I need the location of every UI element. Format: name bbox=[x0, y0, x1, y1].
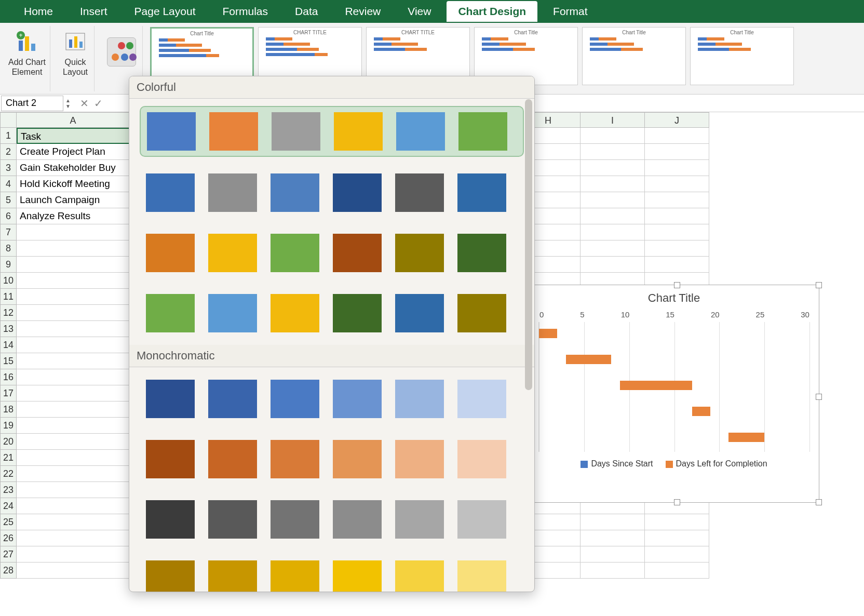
enter-formula-icon[interactable]: ✓ bbox=[94, 97, 103, 110]
col-head-J[interactable]: J bbox=[645, 112, 709, 128]
cell-A19[interactable] bbox=[17, 418, 130, 434]
palette-swatch[interactable] bbox=[208, 294, 257, 332]
tab-chart-design[interactable]: Chart Design bbox=[447, 1, 537, 22]
cell-J2[interactable] bbox=[645, 144, 709, 160]
palette-swatch[interactable] bbox=[146, 440, 195, 478]
cell-A24[interactable] bbox=[17, 498, 130, 514]
palette-swatch[interactable] bbox=[209, 112, 258, 151]
row-head-15[interactable]: 15 bbox=[0, 353, 17, 369]
palette-swatch[interactable] bbox=[457, 294, 506, 332]
palette-swatch[interactable] bbox=[271, 560, 319, 592]
row-head-12[interactable]: 12 bbox=[0, 305, 17, 321]
cell-I7[interactable] bbox=[580, 224, 645, 240]
palette-swatch[interactable] bbox=[208, 380, 257, 418]
row-head-28[interactable]: 28 bbox=[0, 563, 17, 579]
palette-swatch[interactable] bbox=[333, 294, 382, 332]
cell-A10[interactable] bbox=[17, 273, 130, 289]
cell-A20[interactable] bbox=[17, 434, 130, 450]
palette-swatch[interactable] bbox=[334, 112, 383, 151]
row-head-24[interactable]: 24 bbox=[0, 498, 17, 514]
cell-A6[interactable]: Analyze Results bbox=[17, 208, 130, 224]
col-head-A[interactable]: A bbox=[17, 112, 130, 128]
namebox-stepper-up[interactable]: ▲ bbox=[65, 98, 71, 103]
palette-row-1-0[interactable] bbox=[140, 374, 524, 423]
cell-J3[interactable] bbox=[645, 160, 709, 176]
tab-insert[interactable]: Insert bbox=[69, 1, 119, 22]
palette-swatch[interactable] bbox=[271, 380, 319, 418]
row-head-22[interactable]: 22 bbox=[0, 466, 17, 482]
cell-I2[interactable] bbox=[580, 144, 645, 160]
palette-swatch[interactable] bbox=[395, 440, 444, 478]
chart-bar-4[interactable] bbox=[728, 433, 764, 442]
tab-view[interactable]: View bbox=[396, 1, 442, 22]
palette-swatch[interactable] bbox=[271, 500, 319, 539]
cell-J4[interactable] bbox=[645, 176, 709, 192]
cell-I5[interactable] bbox=[580, 192, 645, 208]
tab-data[interactable]: Data bbox=[284, 1, 329, 22]
tab-home[interactable]: Home bbox=[12, 1, 64, 22]
chart-style-5[interactable]: Chart Title bbox=[582, 27, 686, 85]
cell-A13[interactable] bbox=[17, 321, 130, 337]
row-head-9[interactable]: 9 bbox=[0, 257, 17, 273]
row-head-10[interactable]: 10 bbox=[0, 273, 17, 289]
palette-swatch[interactable] bbox=[333, 173, 382, 212]
palette-swatch[interactable] bbox=[457, 500, 506, 539]
palette-swatch[interactable] bbox=[208, 440, 257, 478]
palette-swatch[interactable] bbox=[333, 500, 382, 539]
cell-J25[interactable] bbox=[645, 514, 709, 530]
palette-swatch[interactable] bbox=[146, 294, 195, 332]
palette-swatch[interactable] bbox=[457, 380, 506, 418]
cell-A22[interactable] bbox=[17, 466, 130, 482]
row-head-2[interactable]: 2 bbox=[0, 144, 17, 160]
cell-I27[interactable] bbox=[580, 546, 645, 563]
palette-swatch[interactable] bbox=[271, 234, 319, 272]
cell-J26[interactable] bbox=[645, 530, 709, 546]
row-head-13[interactable]: 13 bbox=[0, 321, 17, 337]
palette-swatch[interactable] bbox=[272, 112, 320, 151]
row-head-27[interactable]: 27 bbox=[0, 546, 17, 563]
cell-A5[interactable]: Launch Campaign bbox=[17, 192, 130, 208]
cell-A26[interactable] bbox=[17, 530, 130, 546]
chart-bar-3[interactable] bbox=[692, 407, 710, 416]
row-head-21[interactable]: 21 bbox=[0, 450, 17, 466]
palette-swatch[interactable] bbox=[333, 560, 382, 592]
cell-A18[interactable] bbox=[17, 401, 130, 418]
palette-row-0-1[interactable] bbox=[140, 168, 524, 217]
cell-A11[interactable] bbox=[17, 289, 130, 305]
palette-swatch[interactable] bbox=[395, 380, 444, 418]
row-head-11[interactable]: 11 bbox=[0, 289, 17, 305]
row-head-26[interactable]: 26 bbox=[0, 530, 17, 546]
palette-swatch[interactable] bbox=[208, 234, 257, 272]
cell-A21[interactable] bbox=[17, 450, 130, 466]
palette-swatch[interactable] bbox=[208, 560, 257, 592]
cell-I26[interactable] bbox=[580, 530, 645, 546]
row-head-6[interactable]: 6 bbox=[0, 208, 17, 224]
cell-A27[interactable] bbox=[17, 546, 130, 563]
palette-swatch[interactable] bbox=[396, 112, 445, 151]
cell-A28[interactable] bbox=[17, 563, 130, 579]
palette-row-0-0[interactable] bbox=[140, 106, 524, 157]
palette-swatch[interactable] bbox=[395, 560, 444, 592]
cell-A15[interactable] bbox=[17, 353, 130, 369]
cell-A23[interactable] bbox=[17, 482, 130, 498]
palette-swatch[interactable] bbox=[333, 380, 382, 418]
chart-style-6[interactable]: Chart Title bbox=[690, 27, 794, 85]
palette-swatch[interactable] bbox=[457, 234, 506, 272]
chart-legend[interactable]: Days Since Start Days Left for Completio… bbox=[529, 452, 819, 476]
palette-swatch[interactable] bbox=[271, 294, 319, 332]
palette-row-1-3[interactable] bbox=[140, 555, 524, 592]
palette-swatch[interactable] bbox=[146, 234, 195, 272]
cell-J28[interactable] bbox=[645, 563, 709, 579]
cell-J6[interactable] bbox=[645, 208, 709, 224]
cell-J8[interactable] bbox=[645, 240, 709, 257]
cell-A8[interactable] bbox=[17, 240, 130, 257]
cell-A9[interactable] bbox=[17, 257, 130, 273]
row-head-3[interactable]: 3 bbox=[0, 160, 17, 176]
palette-swatch[interactable] bbox=[457, 173, 506, 212]
row-head-4[interactable]: 4 bbox=[0, 176, 17, 192]
palette-swatch[interactable] bbox=[271, 173, 319, 212]
row-head-1[interactable]: 1 bbox=[0, 128, 17, 144]
cell-A25[interactable] bbox=[17, 514, 130, 530]
cell-J5[interactable] bbox=[645, 192, 709, 208]
row-head-17[interactable]: 17 bbox=[0, 385, 17, 401]
